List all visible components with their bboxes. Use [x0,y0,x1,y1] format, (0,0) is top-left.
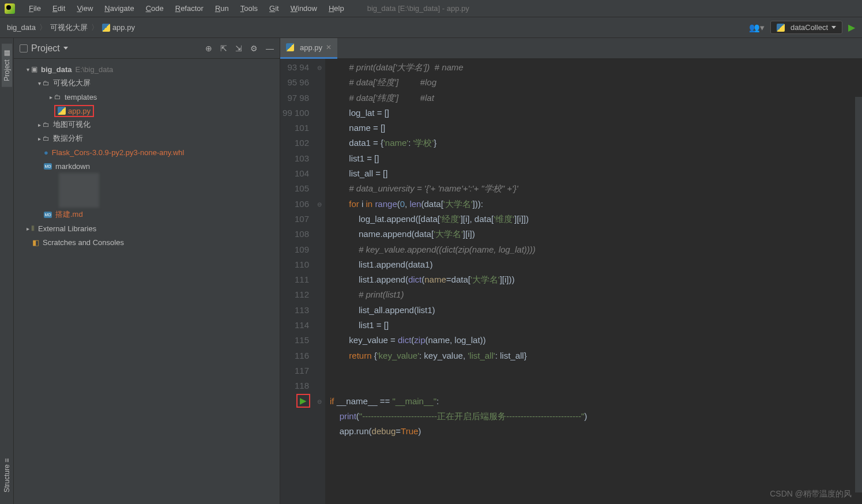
python-file-icon [102,24,110,32]
menu-help[interactable]: Help [323,2,350,15]
line-gutter: 93 94 95 96 97 98 99 100 101 102 103 104… [280,59,315,504]
tab-label: app.py [300,43,322,52]
crumb-file[interactable]: app.py [112,23,135,32]
collaborators-icon[interactable]: 👥▾ [749,22,765,33]
tree-file-app[interactable]: app.py [14,104,280,118]
run-config-name: dataCollect [791,23,828,32]
menu-git[interactable]: Git [264,2,285,15]
tree-folder-templates[interactable]: ▸🗀templates [14,90,280,104]
chevron-down-icon[interactable] [63,47,68,50]
python-file-icon [58,107,66,115]
menu-run[interactable]: Run [209,2,235,15]
tree-folder-mapvis[interactable]: ▸🗀地图可视化 [14,118,280,131]
editor-area: app.py ✕ 93 94 95 96 97 98 99 100 101 10… [280,38,862,504]
rail-structure-tab[interactable]: Structure ≡ [2,453,12,498]
menu-code[interactable]: Code [140,2,170,15]
settings-icon[interactable]: ⚙ [250,44,258,53]
scrollbar[interactable] [855,97,862,492]
editor-tab-app[interactable]: app.py ✕ [280,38,337,59]
run-button[interactable]: ▶ [848,22,855,33]
menubar: FileEditViewNavigateCodeRefactorRunTools… [0,0,862,17]
menu-tools[interactable]: Tools [235,2,264,15]
tree-file-whl[interactable]: ●Flask_Cors-3.0.9-py2.py3-none-any.whl [14,145,280,159]
python-file-icon [286,43,294,51]
breadcrumb-bar: big_data 〉 可视化大屏 〉 app.py 👥▾ dataCollect… [0,17,862,38]
menu-navigate[interactable]: Navigate [99,2,140,15]
python-icon [777,24,785,32]
hide-icon[interactable]: — [266,44,274,53]
run-config-selector[interactable]: dataCollect [770,21,842,34]
tree-root[interactable]: ▾▣big_dataE:\big_data [14,62,280,76]
tree-file-build[interactable]: MD搭建.md [14,208,280,221]
project-header: Project ⊕ ⇱ ⇲ ⚙ — [14,38,280,59]
crumb-folder[interactable]: 可视化大屏 [50,22,88,33]
blurred-content [59,173,99,208]
close-icon[interactable]: ✕ [326,43,332,51]
tree-scratches[interactable]: ◧Scratches and Consoles [14,235,280,249]
project-tool-window: Project ⊕ ⇱ ⇲ ⚙ — ▾▣big_dataE:\big_data … [14,38,280,504]
chevron-down-icon [831,26,836,29]
rail-project-tab[interactable]: Project ▦ [2,44,12,87]
project-title: Project [31,43,60,54]
menu-window[interactable]: Window [285,2,323,15]
tree-external-libs[interactable]: ▸⫴External Libraries [14,221,280,235]
run-line-marker[interactable]: ▶ [296,394,310,408]
locate-icon[interactable]: ⊕ [205,44,212,53]
editor-tab-bar: app.py ✕ [280,38,862,59]
fold-column[interactable]: ⊖⊖⊖▶ [315,59,325,504]
project-tree: ▾▣big_dataE:\big_data ▾🗀可视化大屏 ▸🗀template… [14,59,280,253]
project-view-icon [20,44,28,52]
tree-file-markdown[interactable]: MDmarkdown [14,159,280,173]
watermark: CSDN @稍带温度的风 [770,489,852,499]
window-title: big_data [E:\big_data] - app.py [367,4,469,13]
collapse-all-icon[interactable]: ⇲ [235,44,242,53]
expand-all-icon[interactable]: ⇱ [220,44,227,53]
tree-folder-vis[interactable]: ▾🗀可视化大屏 [14,76,280,90]
menu-refactor[interactable]: Refactor [170,2,209,15]
left-tool-rail: Project ▦ Structure ≡ [0,38,14,504]
menu-edit[interactable]: Edit [47,2,71,15]
menu-file[interactable]: File [23,2,47,15]
code-area[interactable]: # print(data['大学名']) # name # data['经度']… [325,59,862,504]
crumb-root[interactable]: big_data [7,23,36,32]
menu-view[interactable]: View [71,2,99,15]
pycharm-icon [5,3,15,14]
tree-folder-analysis[interactable]: ▸🗀数据分析 [14,131,280,145]
